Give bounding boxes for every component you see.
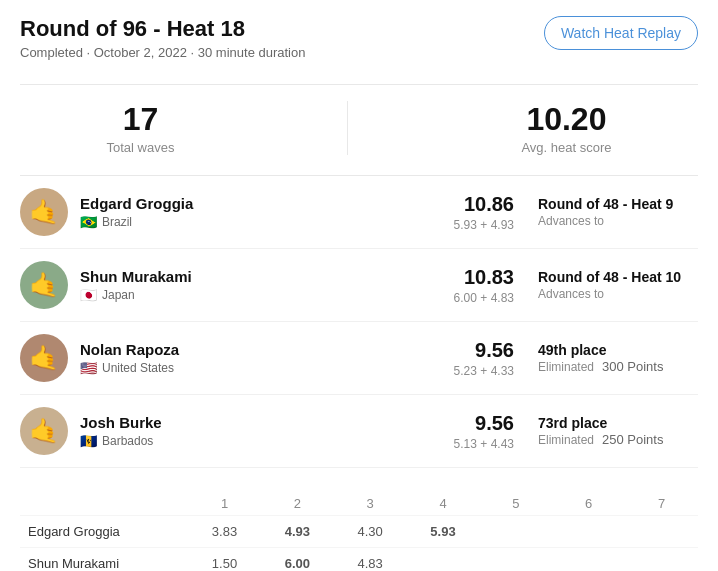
country-name: Brazil xyxy=(102,215,132,229)
wave-score-cell xyxy=(479,516,552,548)
athlete-result: Round of 48 - Heat 10 Advances to xyxy=(538,269,698,301)
avg-score-value: 10.20 xyxy=(521,101,611,138)
athlete-scores: 10.83 6.00 + 4.83 xyxy=(454,266,514,305)
athlete-country: 🇧🇷 Brazil xyxy=(80,214,454,230)
country-flag: 🇧🇧 xyxy=(80,433,97,449)
athlete-row: 🤙 Shun Murakami 🇯🇵 Japan 10.83 6.00 + 4.… xyxy=(20,249,698,322)
wave-column-header: 3 xyxy=(334,492,407,516)
athlete-total-score: 10.83 xyxy=(454,266,514,289)
result-line: Advances to xyxy=(538,285,698,301)
wave-score-cell: 5.93 xyxy=(407,516,480,548)
wave-column-header: 2 xyxy=(261,492,334,516)
athlete-info: Nolan Rapoza 🇺🇸 United States xyxy=(80,341,454,376)
athlete-result: 49th place Eliminated 300 Points xyxy=(538,342,698,374)
athlete-name: Nolan Rapoza xyxy=(80,341,454,358)
total-waves-value: 17 xyxy=(106,101,174,138)
athlete-result-round: 73rd place xyxy=(538,415,698,431)
result-line: Eliminated 300 Points xyxy=(538,358,698,374)
total-waves-label: Total waves xyxy=(106,140,174,155)
athlete-avatar: 🤙 xyxy=(20,407,68,455)
total-waves-stat: 17 Total waves xyxy=(106,101,174,155)
wave-table-athlete-name: Edgard Groggia xyxy=(20,516,188,548)
wave-score-cell: 6.00 xyxy=(261,548,334,572)
wave-column-header: 1 xyxy=(188,492,261,516)
athlete-scores: 9.56 5.13 + 4.43 xyxy=(454,412,514,451)
athlete-info: Edgard Groggia 🇧🇷 Brazil xyxy=(80,195,454,230)
athlete-wave-scores: 5.13 + 4.43 xyxy=(454,437,514,451)
athlete-result-status: Eliminated xyxy=(538,433,594,447)
wave-score-cell xyxy=(479,548,552,572)
athlete-avatar: 🤙 xyxy=(20,188,68,236)
wave-score-cell xyxy=(625,548,698,572)
country-name: United States xyxy=(102,361,174,375)
wave-column-header: 6 xyxy=(552,492,625,516)
page-subtitle: Completed · October 2, 2022 · 30 minute … xyxy=(20,45,305,60)
athlete-name: Edgard Groggia xyxy=(80,195,454,212)
wave-score-cell xyxy=(552,516,625,548)
athlete-scores: 10.86 5.93 + 4.93 xyxy=(454,193,514,232)
wave-score-cell xyxy=(625,516,698,548)
stats-divider xyxy=(347,101,348,155)
athlete-info: Shun Murakami 🇯🇵 Japan xyxy=(80,268,454,303)
athlete-row: 🤙 Josh Burke 🇧🇧 Barbados 9.56 5.13 + 4.4… xyxy=(20,395,698,468)
athlete-result-points: 300 Points xyxy=(602,359,663,374)
page-header: Round of 96 - Heat 18 Completed · Octobe… xyxy=(20,16,698,60)
wave-table-row: Shun Murakami1.506.004.83 xyxy=(20,548,698,572)
athlete-name: Josh Burke xyxy=(80,414,454,431)
athlete-result-points: 250 Points xyxy=(602,432,663,447)
athlete-country: 🇧🇧 Barbados xyxy=(80,433,454,449)
wave-breakdown-table: 1234567Edgard Groggia3.834.934.305.93Shu… xyxy=(20,492,698,571)
wave-column-header: 4 xyxy=(407,492,480,516)
country-flag: 🇺🇸 xyxy=(80,360,97,376)
avg-score-stat: 10.20 Avg. heat score xyxy=(521,101,611,155)
athlete-total-score: 9.56 xyxy=(454,339,514,362)
athlete-row: 🤙 Nolan Rapoza 🇺🇸 United States 9.56 5.2… xyxy=(20,322,698,395)
wave-column-header: 7 xyxy=(625,492,698,516)
athlete-result-status: Advances to xyxy=(538,287,604,301)
country-name: Barbados xyxy=(102,434,153,448)
wave-score-cell: 1.50 xyxy=(188,548,261,572)
athlete-avatar: 🤙 xyxy=(20,261,68,309)
country-name: Japan xyxy=(102,288,135,302)
avg-score-label: Avg. heat score xyxy=(521,140,611,155)
stats-row: 17 Total waves 10.20 Avg. heat score xyxy=(20,84,698,176)
athlete-scores: 9.56 5.23 + 4.33 xyxy=(454,339,514,378)
athlete-result: 73rd place Eliminated 250 Points xyxy=(538,415,698,447)
result-line: Advances to xyxy=(538,212,698,228)
athlete-row: 🤙 Edgard Groggia 🇧🇷 Brazil 10.86 5.93 + … xyxy=(20,176,698,249)
page-title: Round of 96 - Heat 18 xyxy=(20,16,305,42)
athlete-wave-scores: 5.23 + 4.33 xyxy=(454,364,514,378)
wave-score-cell xyxy=(407,548,480,572)
wave-score-cell: 4.83 xyxy=(334,548,407,572)
athlete-result-status: Eliminated xyxy=(538,360,594,374)
athlete-result: Round of 48 - Heat 9 Advances to xyxy=(538,196,698,228)
wave-column-header: 5 xyxy=(479,492,552,516)
athlete-total-score: 9.56 xyxy=(454,412,514,435)
athlete-total-score: 10.86 xyxy=(454,193,514,216)
wave-score-cell: 3.83 xyxy=(188,516,261,548)
wave-table-section: 1234567Edgard Groggia3.834.934.305.93Shu… xyxy=(20,484,698,571)
athlete-info: Josh Burke 🇧🇧 Barbados xyxy=(80,414,454,449)
athlete-country: 🇺🇸 United States xyxy=(80,360,454,376)
athlete-result-round: 49th place xyxy=(538,342,698,358)
watch-replay-button[interactable]: Watch Heat Replay xyxy=(544,16,698,50)
header-left: Round of 96 - Heat 18 Completed · Octobe… xyxy=(20,16,305,60)
wave-table-row: Edgard Groggia3.834.934.305.93 xyxy=(20,516,698,548)
athlete-country: 🇯🇵 Japan xyxy=(80,287,454,303)
athlete-avatar: 🤙 xyxy=(20,334,68,382)
athlete-wave-scores: 5.93 + 4.93 xyxy=(454,218,514,232)
athlete-result-status: Advances to xyxy=(538,214,604,228)
athlete-result-round: Round of 48 - Heat 9 xyxy=(538,196,698,212)
wave-table-athlete-name: Shun Murakami xyxy=(20,548,188,572)
country-flag: 🇧🇷 xyxy=(80,214,97,230)
wave-score-cell: 4.30 xyxy=(334,516,407,548)
country-flag: 🇯🇵 xyxy=(80,287,97,303)
result-line: Eliminated 250 Points xyxy=(538,431,698,447)
athlete-name: Shun Murakami xyxy=(80,268,454,285)
athletes-section: 🤙 Edgard Groggia 🇧🇷 Brazil 10.86 5.93 + … xyxy=(20,176,698,468)
athlete-wave-scores: 6.00 + 4.83 xyxy=(454,291,514,305)
wave-score-cell: 4.93 xyxy=(261,516,334,548)
wave-score-cell xyxy=(552,548,625,572)
athlete-result-round: Round of 48 - Heat 10 xyxy=(538,269,698,285)
wave-column-header xyxy=(20,492,188,516)
